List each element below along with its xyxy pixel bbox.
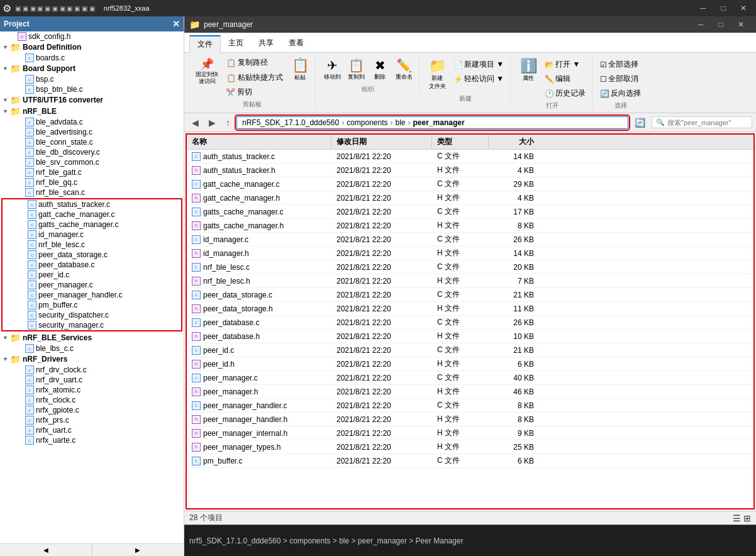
tree-item-nrfx-uart[interactable]: c nrfx_uart.c [0, 425, 184, 435]
tree-item-nrfx-prs[interactable]: c nrfx_prs.c [0, 415, 184, 425]
easy-access-btn[interactable]: ⚡轻松访问 ▼ [451, 72, 506, 86]
history-btn[interactable]: 🕐历史记录 [542, 87, 588, 100]
file-row[interactable]: h peer_data_storage.h 2021/8/21 22:20 H … [187, 302, 753, 316]
tab-home[interactable]: 主页 [221, 35, 251, 52]
refresh-btn[interactable]: 🔄 [631, 116, 649, 130]
file-row[interactable]: c gatt_cache_manager.c 2021/8/21 22:20 C… [187, 177, 753, 191]
file-row[interactable]: c peer_manager_handler.c 2021/8/21 22:20… [187, 399, 753, 413]
tree-item-nrf-drv-clock[interactable]: c nrf_drv_clock.c [0, 365, 184, 375]
breadcrumb-path[interactable]: nRF5_SDK_17.1.0_ddde560 › components › b… [236, 116, 628, 129]
new-folder-btn[interactable]: 📁 新建文件夹 [425, 55, 450, 93]
fm-maximize-btn[interactable]: □ [711, 17, 731, 32]
tree-next-btn[interactable]: ▶ [92, 544, 184, 556]
tab-share[interactable]: 共享 [251, 35, 281, 52]
tree-item-bsp-btn[interactable]: c bsp_btn_ble.c [0, 84, 184, 94]
fm-close-btn[interactable]: ✕ [731, 17, 751, 32]
tab-file[interactable]: 文件 [189, 35, 221, 53]
file-row[interactable]: c peer_manager.c 2021/8/21 22:20 C 文件 40… [187, 371, 753, 385]
tree-item-board-support[interactable]: ▼ 📁 Board Support [0, 63, 184, 74]
tree-item-ble-lbs[interactable]: c ble_lbs_c.c [0, 343, 184, 353]
col-header-name[interactable]: 名称 [187, 135, 331, 149]
tree-prev-btn[interactable]: ◀ [0, 544, 92, 556]
rename-btn[interactable]: ✏️ 重命名 [392, 55, 415, 84]
edit-btn[interactable]: ✏️编辑 [542, 72, 588, 86]
back-btn[interactable]: ◀ [188, 116, 203, 130]
file-row[interactable]: c nrf_ble_lesc.c 2021/8/21 22:20 C 文件 20… [187, 260, 753, 274]
tree-item-nrf-drv-uart[interactable]: c nrf_drv_uart.c [0, 375, 184, 385]
paste-shortcut-btn[interactable]: 📋粘贴快捷方式 [223, 70, 286, 85]
tree-item-ble-conn-state[interactable]: c ble_conn_state.c [0, 137, 184, 147]
tree-item-id-manager[interactable]: c id_manager.c [3, 230, 181, 240]
tree-item-ble-advertising[interactable]: c ble_advertising.c [0, 127, 184, 137]
tree-item-nrfx-gpiote[interactable]: c nrfx_gpiote.c [0, 405, 184, 415]
close-app-btn[interactable]: ✕ [733, 0, 753, 16]
file-row[interactable]: h gatt_cache_manager.h 2021/8/21 22:20 H… [187, 191, 753, 205]
tree-item-nrf-ble-gatt[interactable]: c nrf_ble_gatt.c [0, 167, 184, 177]
tree-container[interactable]: h sdk_config.h ▼ 📁 Board Definition c bo… [0, 31, 184, 543]
file-row[interactable]: h peer_manager_types.h 2021/8/21 22:20 H… [187, 440, 753, 454]
file-row[interactable]: c peer_data_storage.c 2021/8/21 22:20 C … [187, 288, 753, 302]
tree-item-gatts-cache[interactable]: c gatts_cache_manager.c [3, 220, 181, 230]
tree-item-boards-c[interactable]: c boards.c [0, 53, 184, 63]
move-to-btn[interactable]: ✈ 移动到 [321, 55, 343, 84]
fm-minimize-btn[interactable]: ─ [691, 17, 711, 32]
file-row[interactable]: h gatts_cache_manager.h 2021/8/21 22:20 … [187, 219, 753, 233]
tree-item-peer-manager[interactable]: c peer_manager.c [3, 280, 181, 290]
file-row[interactable]: c peer_id.c 2021/8/21 22:20 C 文件 21 KB [187, 343, 753, 357]
select-none-btn[interactable]: ☐全部取消 [598, 72, 643, 86]
tree-item-peer-manager-handler[interactable]: c peer_manager_handler.c [3, 290, 181, 300]
file-row[interactable]: c id_manager.c 2021/8/21 22:20 C 文件 26 K… [187, 233, 753, 247]
tree-item-peer-id[interactable]: c peer_id.c [3, 270, 181, 280]
tree-item-nrf-ble-scan[interactable]: c nrf_ble_scan.c [0, 187, 184, 197]
copy-to-btn[interactable]: 📋 复制到 [345, 55, 367, 84]
tree-item-nrfx-atomic[interactable]: c nrfx_atomic.c [0, 385, 184, 395]
tree-item-nrf-ble[interactable]: ▼ 📁 nRF_BLE [0, 106, 184, 117]
tree-item-gatt-cache[interactable]: c gatt_cache_manager.c [3, 209, 181, 220]
tree-item-ble-advdata[interactable]: c ble_advdata.c [0, 117, 184, 127]
tree-item-ble-db[interactable]: c ble_db_discovery.c [0, 147, 184, 157]
copy-path-btn[interactable]: 📋复制路径 [223, 55, 286, 70]
new-item-btn[interactable]: 📄新建项目 ▼ [451, 58, 506, 71]
select-all-btn[interactable]: ☑全部选择 [598, 58, 643, 71]
tree-item-peer-database[interactable]: c peer_database.c [3, 260, 181, 270]
cut-btn[interactable]: ✂️剪切 [223, 86, 286, 99]
view-grid-icon[interactable]: ⊞ [743, 513, 751, 523]
view-list-icon[interactable]: ☰ [733, 513, 741, 523]
col-header-type[interactable]: 类型 [432, 135, 489, 149]
tab-view[interactable]: 查看 [281, 35, 311, 52]
col-header-date[interactable]: 修改日期 [331, 135, 432, 149]
forward-btn[interactable]: ▶ [205, 116, 220, 130]
file-row[interactable]: h nrf_ble_lesc.h 2021/8/21 22:20 H 文件 7 … [187, 274, 753, 288]
search-box[interactable]: 🔍 [652, 116, 752, 128]
file-row[interactable]: h peer_database.h 2021/8/21 22:20 H 文件 1… [187, 330, 753, 343]
file-row[interactable]: h id_manager.h 2021/8/21 22:20 H 文件 14 K… [187, 247, 753, 260]
properties-btn[interactable]: ℹ️ 属性 [516, 55, 541, 85]
tree-item-security-manager[interactable]: c security_manager.c [3, 320, 181, 330]
tree-item-ble-srv[interactable]: c ble_srv_common.c [0, 157, 184, 167]
tree-item-nrf-drivers[interactable]: ▼ 📁 nRF_Drivers [0, 353, 184, 365]
tree-item-nrfx-uarte[interactable]: c nrfx_uarte.c [0, 435, 184, 445]
file-row[interactable]: h peer_manager_handler.h 2021/8/21 22:20… [187, 413, 753, 426]
file-row[interactable]: c auth_status_tracker.c 2021/8/21 22:20 … [187, 150, 753, 164]
up-btn[interactable]: ↑ [222, 116, 234, 130]
tree-item-bsp-c[interactable]: c bsp.c [0, 74, 184, 84]
tree-item-nrf-ble-gq[interactable]: c nrf_ble_gq.c [0, 177, 184, 187]
invert-select-btn[interactable]: 🔄反向选择 [598, 87, 643, 100]
tree-item-nrf-ble-services[interactable]: ▼ 📁 nRF_BLE_Services [0, 332, 184, 343]
search-input[interactable] [667, 119, 748, 126]
pin-quick-access-btn[interactable]: 📌 固定到快速访问 [193, 55, 221, 87]
panel-close-btn[interactable]: ✕ [172, 19, 180, 29]
file-row[interactable]: h peer_id.h 2021/8/21 22:20 H 文件 6 KB [187, 357, 753, 371]
tree-item-sdk-config[interactable]: h sdk_config.h [0, 31, 184, 42]
open-btn[interactable]: 📂打开 ▼ [542, 58, 588, 71]
tree-item-auth-status[interactable]: c auth_status_tracker.c [3, 199, 181, 209]
file-row[interactable]: c gatts_cache_manager.c 2021/8/21 22:20 … [187, 205, 753, 219]
file-row[interactable]: c pm_buffer.c 2021/8/21 22:20 C 文件 6 KB [187, 454, 753, 468]
paste-btn[interactable]: 📋 粘贴 [289, 55, 311, 84]
file-row[interactable]: c peer_database.c 2021/8/21 22:20 C 文件 2… [187, 316, 753, 330]
minimize-btn[interactable]: ─ [693, 0, 713, 16]
file-row[interactable]: h peer_manager_internal.h 2021/8/21 22:2… [187, 426, 753, 440]
tree-item-pm-buffer[interactable]: c pm_buffer.c [3, 300, 181, 310]
file-row[interactable]: h auth_status_tracker.h 2021/8/21 22:20 … [187, 164, 753, 177]
file-row[interactable]: h peer_manager.h 2021/8/21 22:20 H 文件 46… [187, 385, 753, 399]
